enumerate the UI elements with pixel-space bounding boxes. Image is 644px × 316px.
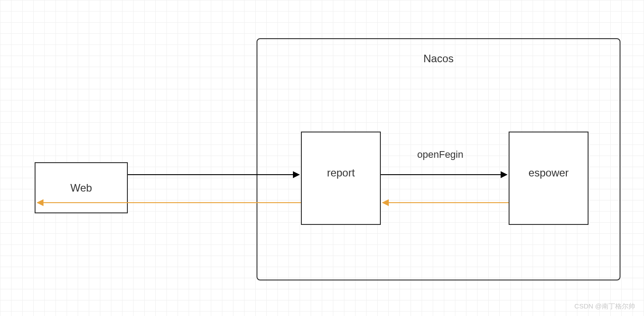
espower-node: espower bbox=[509, 132, 589, 225]
espower-label: espower bbox=[529, 167, 569, 179]
nacos-title: Nacos bbox=[257, 52, 620, 65]
watermark: CSDN @南丁格尔帅 bbox=[574, 302, 635, 311]
web-node: Web bbox=[35, 162, 128, 213]
report-label: report bbox=[327, 167, 355, 179]
report-node: report bbox=[301, 132, 381, 225]
web-label: Web bbox=[71, 182, 92, 194]
openfegin-label: openFegin bbox=[417, 149, 463, 160]
